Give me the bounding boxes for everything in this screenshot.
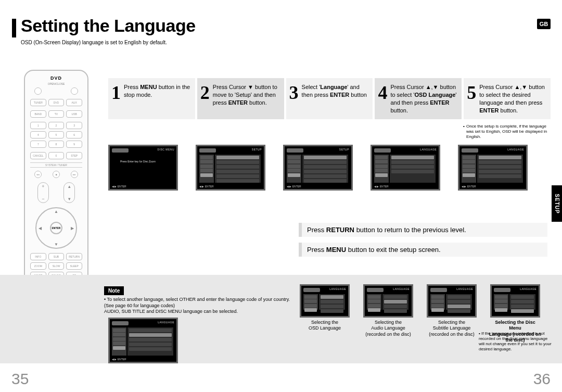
note-body: • To select another language, select OTH… (104, 297, 291, 315)
page-number-right: 36 (533, 370, 551, 388)
caption-audio: Selecting the Audio Language (recorded o… (365, 320, 411, 337)
dvd-button: DVD (48, 99, 65, 106)
num-3: 3 (66, 122, 82, 129)
eject-button (71, 87, 78, 95)
title-accent (12, 19, 16, 37)
note-label: Note (104, 286, 124, 295)
return-button: RETURN (66, 253, 82, 260)
step-text: Press Cursor ▼ button to move to 'Setup'… (213, 83, 280, 107)
volume-rocker: +− (37, 182, 49, 203)
slow-button: SLOW (48, 262, 65, 270)
manual-page: { "header": { "title": "Setting the Lang… (0, 0, 562, 392)
caption-subtitle: Selecting the Subtitle Language (recorde… (429, 320, 475, 337)
disc-language-note: • If the language you selected is not re… (479, 331, 552, 352)
tuner-button: TUNER (30, 99, 46, 106)
num-4: 4 (30, 131, 46, 138)
num-5: 5 (48, 131, 65, 138)
screenshot-subtitle-lang: LANGUAGE (427, 284, 477, 318)
prev-button: ◂◂ (34, 171, 42, 178)
zoom-button: ZOOM (30, 262, 46, 270)
sub-button: SUB (48, 253, 65, 260)
usb-button: USB (66, 110, 82, 118)
step-3: 3 Select 'Language' and then press ENTER… (286, 78, 373, 119)
once-note: Once the setup is complete, if the langu… (466, 124, 550, 140)
step-number: 4 (378, 83, 387, 102)
hint-menu: Press MENU button to exit the setup scre… (299, 243, 547, 257)
step-text: Press Cursor ▲,▼ button to select the de… (479, 83, 546, 114)
screenshot-osd-lang: LANGUAGE (300, 284, 350, 318)
num-2: 2 (48, 122, 65, 129)
step-text: Press MENU button in the stop mode. (124, 83, 191, 99)
nav-pad: ▲ ▼ ◀ ▶ ENTER (35, 207, 77, 249)
num-8: 8 (48, 141, 65, 148)
info-button: INFO (30, 253, 46, 260)
page-title: Setting the Language (21, 16, 196, 36)
stop-button: ■ (53, 171, 60, 178)
screenshot-step-5: LANGUAGE ◀ ▶ ENTER (458, 145, 528, 191)
cursor-up-icon: ▲ (54, 209, 58, 214)
step-text: Press Cursor ▲,▼ button to select 'OSD L… (390, 83, 457, 114)
page-subtitle: OSD (On-Screen Display) language is set … (21, 40, 167, 45)
step-4: 4 Press Cursor ▲,▼ button to select 'OSD… (375, 78, 462, 119)
section-tab-setup: SETUP (552, 185, 562, 222)
step-2: 2 Press Cursor ▼ button to move to 'Setu… (197, 78, 284, 119)
region-badge: GB (537, 19, 551, 29)
screenshot-step-4: LANGUAGE ◀ ▶ ENTER (371, 145, 440, 191)
power-button (34, 87, 42, 95)
num-1: 1 (30, 122, 46, 129)
tv-button: TV (48, 110, 65, 118)
step-row: 1 Press MENU button in the stop mode. 2 … (108, 78, 551, 119)
next-button: ▸▸ (71, 171, 78, 178)
top-screenshots: DISC MENU Press Enter key for Disc Zoom … (108, 145, 528, 191)
step-number: 5 (467, 83, 476, 102)
step-number: 1 (111, 83, 121, 102)
sleep-button: SLEEP (66, 262, 82, 270)
screenshot-note: LANGUAGE ◀ ▶ ENTER (108, 318, 178, 363)
screenshot-text: Press Enter key for Disc Zoom (120, 160, 171, 163)
num-7: 7 (30, 141, 46, 148)
screenshot-step-1: DISC MENU Press Enter key for Disc Zoom … (108, 145, 178, 191)
num-6: 6 (66, 131, 82, 138)
system-label: SYSTEM / TUNER (30, 162, 82, 168)
cursor-down-icon: ▼ (54, 242, 58, 247)
step-button: STEP (66, 152, 82, 159)
step-number: 3 (289, 83, 299, 102)
num-0: 0 (48, 152, 65, 159)
aux-button: AUX (66, 99, 82, 106)
step-1: 1 Press MENU button in the stop mode. (108, 78, 195, 119)
num-9: 9 (66, 141, 82, 148)
hint-return: Press RETURN button to return to the pre… (299, 223, 547, 237)
screenshot-step-2: SETUP ◀ ▶ ENTER (196, 145, 265, 191)
caption-osd: Selecting the OSD Language (309, 320, 341, 332)
dvd-logo: DVD (42, 75, 71, 81)
cursor-left-icon: ◀ (39, 226, 42, 231)
band-button: BAND (30, 110, 46, 118)
screenshot-step-3: SETUP ◀ ▶ ENTER (283, 145, 353, 191)
screenshot-audio-lang: LANGUAGE (363, 284, 413, 318)
cursor-right-icon: ▶ (71, 226, 74, 231)
screenshot-discmenu-lang: LANGUAGE (490, 284, 540, 318)
cancel-button: CANCEL (30, 152, 46, 159)
enter-button: ENTER (50, 222, 62, 234)
tuning-rocker: ▴▾ (63, 182, 75, 203)
step-5: 5 Press Cursor ▲,▼ button to select the … (464, 78, 551, 119)
step-number: 2 (200, 83, 210, 102)
page-number-left: 35 (11, 370, 29, 388)
step-text: Select 'Language' and then press ENTER b… (302, 83, 369, 99)
